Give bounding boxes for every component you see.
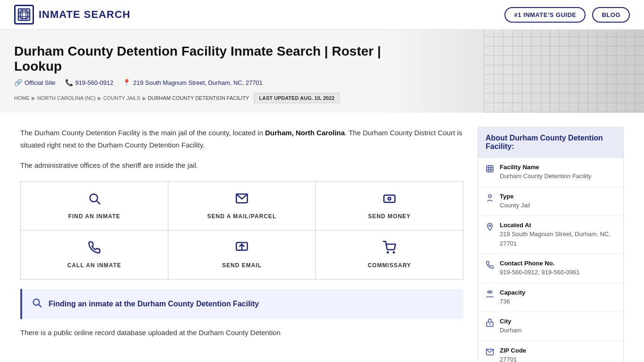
action-row-1: FIND AN INMATE SEND A MAIL/PARCEL xyxy=(21,181,463,230)
mail-icon xyxy=(235,192,248,208)
sidebar-box: About Durham County Detention Facility: … xyxy=(478,127,624,362)
zip-value: 27701 xyxy=(500,355,526,362)
facility-name-label: Facility Name xyxy=(500,164,591,171)
breadcrumb-sep-3: ▶ xyxy=(142,95,146,101)
call-inmate-cell[interactable]: CALL AN INMATE xyxy=(21,230,168,279)
svg-point-15 xyxy=(387,252,388,253)
sidebar-header: About Durham County Detention Facility: xyxy=(478,127,623,158)
official-site-link[interactable]: 🔗 Official Site xyxy=(14,79,56,86)
send-mail-label: SEND A MAIL/PARCEL xyxy=(207,213,277,220)
svg-line-18 xyxy=(39,304,41,307)
breadcrumb-sep-2: ▶ xyxy=(98,95,101,101)
find-section-search-icon xyxy=(32,297,42,311)
map-pin-icon: 📍 xyxy=(123,79,131,86)
breadcrumb-jails[interactable]: COUNTY JAILS xyxy=(103,95,140,101)
city-icon xyxy=(486,319,494,329)
sidebar-location: Located At 219 South Magnum Street, Durh… xyxy=(478,216,623,254)
zip-label: ZIP Code xyxy=(500,347,526,354)
sidebar-phone: Contact Phone No. 919-560-0912, 919-560-… xyxy=(478,254,623,283)
breadcrumb: HOME ▶ NORTH CAROLINA (NC) ▶ COUNTY JAIL… xyxy=(14,95,249,101)
address-info: 📍 219 South Magnum Street, Durham, NC, 2… xyxy=(123,79,263,86)
phone-link[interactable]: 📞 919-560-0912 xyxy=(65,79,114,86)
svg-point-6 xyxy=(90,194,98,201)
search-icon xyxy=(88,192,101,208)
capacity-value: 736 xyxy=(500,297,525,306)
city-value: Durham xyxy=(500,326,521,335)
find-inmate-section[interactable]: Finding an inmate at the Durham County D… xyxy=(20,289,463,319)
action-row-2: CALL AN INMATE SEND EMAIL xyxy=(21,230,463,279)
action-grid: FIND AN INMATE SEND A MAIL/PARCEL xyxy=(20,181,463,280)
page-title: Durham County Detention Facility Inmate … xyxy=(14,44,391,74)
send-mail-cell[interactable]: SEND A MAIL/PARCEL xyxy=(168,181,316,230)
blog-button[interactable]: BLOG xyxy=(592,7,630,23)
location-icon xyxy=(486,222,494,233)
email-icon xyxy=(235,241,248,257)
sidebar-type: Type County Jail xyxy=(478,187,623,216)
svg-point-24 xyxy=(488,195,491,197)
facility-name-value: Durham County Detention Facility xyxy=(500,172,591,181)
svg-rect-19 xyxy=(487,165,493,172)
address-text: 219 South Magnum Street, Durham, NC, 277… xyxy=(133,79,263,86)
commissary-icon xyxy=(383,241,396,257)
hero-section: Durham County Detention Facility Inmate … xyxy=(0,30,644,113)
phone-number: 919-560-0912 xyxy=(75,79,114,86)
svg-point-17 xyxy=(33,299,40,305)
type-label: Type xyxy=(500,193,530,200)
located-at-label: Located At xyxy=(500,222,616,229)
sidebar-zip: ZIP Code 27701 xyxy=(478,341,623,362)
facility-name-icon xyxy=(486,165,494,175)
breadcrumb-current: DURHAM COUNTY DETENTION FACILITY xyxy=(148,95,249,101)
sidebar: About Durham County Detention Facility: … xyxy=(478,127,624,362)
svg-line-7 xyxy=(97,201,100,204)
located-at-value: 219 South Magnum Street, Durham, NC, 277… xyxy=(500,230,616,248)
city-label: City xyxy=(500,318,521,325)
send-money-cell[interactable]: SEND MONEY xyxy=(316,181,463,230)
hero-bg xyxy=(484,30,644,113)
find-inmate-cell[interactable]: FIND AN INMATE xyxy=(21,181,168,230)
breadcrumb-sep-1: ▶ xyxy=(32,95,35,101)
logo-area: INMATE SEARCH xyxy=(14,5,131,25)
logo-icon xyxy=(14,5,34,25)
svg-point-10 xyxy=(388,197,391,200)
call-inmate-label: CALL AN INMATE xyxy=(67,262,121,269)
last-updated-badge: LAST UPDATED AUG. 10, 2022 xyxy=(254,93,339,103)
official-site-label: Official Site xyxy=(25,79,56,86)
content-column: The Durham County Detention Facility is … xyxy=(20,127,478,362)
link-icon: 🔗 xyxy=(14,79,22,86)
commissary-label: COMMISSARY xyxy=(368,262,411,269)
type-value: County Jail xyxy=(500,201,530,210)
zip-icon xyxy=(486,348,494,359)
sidebar-city: City Durham xyxy=(478,312,623,341)
money-icon xyxy=(383,192,396,208)
main-layout: The Durham County Detention Facility is … xyxy=(6,113,638,362)
site-header: INMATE SEARCH #1 INMATE'S GUIDE BLOG xyxy=(0,0,644,30)
find-section-title: Finding an inmate at the Durham County D… xyxy=(49,300,259,308)
contact-phone-icon xyxy=(486,261,494,272)
breadcrumb-home[interactable]: HOME xyxy=(14,95,30,101)
bottom-paragraph: There is a public online record database… xyxy=(20,327,463,339)
find-inmate-label: FIND AN INMATE xyxy=(68,213,121,220)
contact-phone-label: Contact Phone No. xyxy=(500,260,579,267)
svg-point-27 xyxy=(490,291,492,293)
capacity-label: Capacity xyxy=(500,289,525,296)
intro-paragraph-1: The Durham County Detention Facility is … xyxy=(20,127,463,151)
send-email-cell[interactable]: SEND EMAIL xyxy=(168,230,316,279)
svg-point-16 xyxy=(393,252,394,253)
capacity-icon xyxy=(486,290,494,301)
phone-icon: 📞 xyxy=(65,79,73,86)
sidebar-facility-name: Facility Name Durham County Detention Fa… xyxy=(478,158,623,187)
intro-p1-before: The Durham County Detention Facility is … xyxy=(20,129,265,137)
type-icon xyxy=(486,194,494,205)
intro-paragraph-2: The administrative offices of the sherif… xyxy=(20,159,463,172)
site-title: INMATE SEARCH xyxy=(39,8,131,21)
svg-rect-9 xyxy=(384,195,395,202)
svg-point-25 xyxy=(489,225,491,227)
send-email-label: SEND EMAIL xyxy=(222,262,262,269)
guide-button[interactable]: #1 INMATE'S GUIDE xyxy=(504,7,586,23)
intro-p1-bold: Durham, North Carolina xyxy=(265,129,345,137)
phone-call-icon xyxy=(88,241,101,257)
commissary-cell[interactable]: COMMISSARY xyxy=(316,230,463,279)
header-nav: #1 INMATE'S GUIDE BLOG xyxy=(504,7,630,23)
breadcrumb-nc[interactable]: NORTH CAROLINA (NC) xyxy=(37,95,96,101)
contact-phone-value: 919-560-0912, 919-560-0961 xyxy=(500,268,579,277)
